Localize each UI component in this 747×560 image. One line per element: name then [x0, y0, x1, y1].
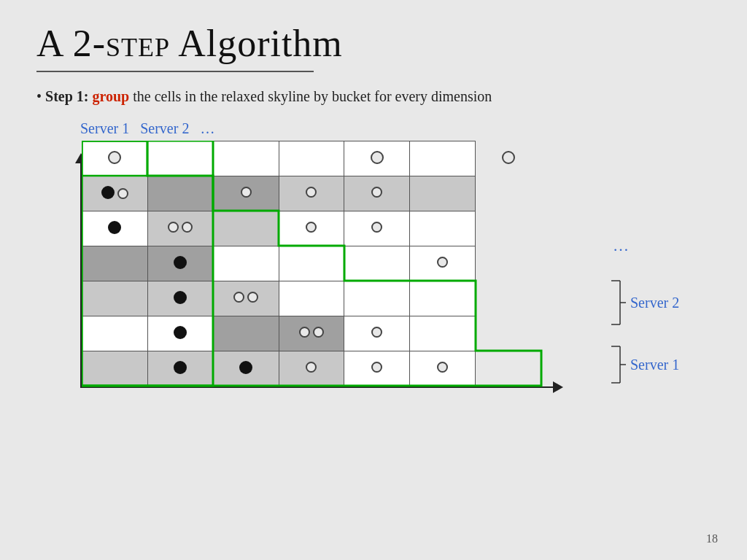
- grid-row-7: [82, 351, 541, 386]
- page-number: 18: [706, 532, 718, 545]
- cell-2-3: [213, 176, 279, 211]
- cell-2-4: [279, 176, 344, 211]
- cell-3-6: [410, 211, 476, 246]
- cell-4-2: [147, 246, 213, 281]
- cell-5-7: [476, 281, 541, 316]
- cell-7-2: [147, 351, 213, 386]
- cell-6-1: [82, 316, 148, 351]
- server1-right-label: Server 1: [630, 357, 679, 373]
- grid-row-1: [82, 141, 541, 176]
- cell-7-7: [476, 351, 541, 386]
- servers-top-label: Server 1 Server 2 …: [80, 120, 711, 137]
- title-prefix: A 2-: [36, 23, 106, 64]
- server2-brace-group: Server 2: [605, 277, 679, 328]
- grid-row-2: [82, 176, 541, 211]
- dot-5-3b: [247, 292, 258, 303]
- cell-5-2: [147, 281, 213, 316]
- cell-5-4: [279, 281, 344, 316]
- dot-3-1: [108, 221, 121, 234]
- diagram-area: … Server 2 Server 1: [51, 146, 711, 408]
- dot-3-2b: [182, 222, 193, 233]
- cell-4-7: [476, 246, 541, 281]
- dot-7-3: [239, 361, 252, 374]
- cell-4-3: [213, 246, 279, 281]
- cell-7-3: [213, 351, 279, 386]
- cell-4-4: [279, 246, 344, 281]
- dot-2-1-filled: [101, 186, 115, 199]
- server1-top-label: Server 1: [80, 120, 129, 136]
- dot-7-4: [306, 362, 317, 373]
- cell-2-5: [344, 176, 410, 211]
- server1-brace-svg: [605, 343, 626, 386]
- cell-2-6: [410, 176, 476, 211]
- cell-2-7: [476, 176, 541, 211]
- grid-row-6: [82, 316, 541, 351]
- cell-7-5: [344, 351, 410, 386]
- grid: [82, 141, 541, 386]
- cell-3-4: [279, 211, 344, 246]
- dot-5-2: [174, 291, 187, 304]
- dot-6-4a: [299, 327, 310, 338]
- title-suffix: Algorithm: [170, 23, 343, 64]
- servers-top-dots: …: [200, 120, 214, 136]
- cell-7-4: [279, 351, 344, 386]
- dot-3-4: [306, 222, 317, 233]
- right-labels: … Server 2 Server 1: [584, 146, 679, 408]
- x-axis-arrow: [553, 381, 563, 393]
- dot-4-6: [437, 257, 448, 268]
- dot-6-5: [371, 327, 382, 338]
- dot-2-3: [241, 187, 252, 198]
- cell-4-6: [410, 246, 476, 281]
- dot-3-5: [371, 222, 382, 233]
- cell-4-5: [344, 246, 410, 281]
- chart-container: [51, 146, 584, 408]
- cell-5-3: [213, 281, 279, 316]
- cell-6-3: [213, 316, 279, 351]
- dot-7-5: [371, 362, 382, 373]
- cell-5-5: [344, 281, 410, 316]
- step-label: Step 1:: [45, 88, 88, 104]
- slide: A 2-step Algorithm • Step 1: group the c…: [0, 0, 747, 560]
- cell-1-2: [147, 141, 213, 176]
- title-step: step: [106, 23, 170, 64]
- dot-4-2: [174, 256, 187, 269]
- server1-brace-group: Server 1: [605, 343, 679, 386]
- grid-row-3: [82, 211, 541, 246]
- cell-1-7: [476, 141, 541, 176]
- grid-table: [82, 141, 541, 386]
- dot-2-1-open: [117, 188, 128, 199]
- cell-3-2: [147, 211, 213, 246]
- bullet-text: • Step 1: group the cells in the relaxed…: [36, 85, 711, 107]
- cell-2-2: [147, 176, 213, 211]
- cell-1-3: [213, 141, 279, 176]
- dot-3-2a: [168, 222, 179, 233]
- cell-2-1: [82, 176, 148, 211]
- server2-top-label: Server 2: [140, 120, 189, 136]
- bullet-rest: the cells in the relaxed skyline by buck…: [129, 88, 492, 104]
- slide-title: A 2-step Algorithm: [36, 22, 711, 65]
- cell-1-4: [279, 141, 344, 176]
- right-dots: …: [613, 236, 679, 255]
- cell-1-6: [410, 141, 476, 176]
- dot-1-7: [502, 151, 515, 164]
- group-word: group: [92, 88, 129, 104]
- cell-4-1: [82, 246, 148, 281]
- dot-7-2: [174, 361, 187, 374]
- dot-5-3a: [233, 292, 244, 303]
- cell-6-2: [147, 316, 213, 351]
- grid-row-5: [82, 281, 541, 316]
- dot-6-2: [174, 326, 187, 339]
- cell-3-5: [344, 211, 410, 246]
- dot-7-6: [437, 362, 448, 373]
- cell-1-1: [82, 141, 148, 176]
- x-axis: [80, 386, 554, 388]
- cell-7-1: [82, 351, 148, 386]
- dot-1-5: [371, 151, 384, 164]
- server2-right-label: Server 2: [630, 295, 679, 311]
- cell-3-7: [476, 211, 541, 246]
- cell-5-1: [82, 281, 148, 316]
- server2-brace-svg: [605, 277, 626, 328]
- cell-5-6: [410, 281, 476, 316]
- dot-6-4b: [313, 327, 324, 338]
- dot-1-1: [108, 151, 121, 164]
